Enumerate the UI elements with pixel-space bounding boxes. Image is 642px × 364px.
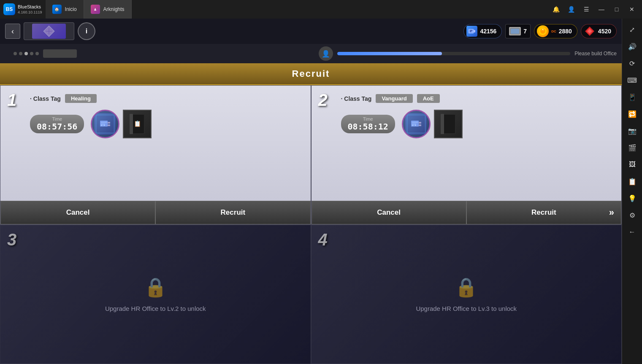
svg-rect-8	[511, 29, 519, 34]
sidebar-gallery-icon[interactable]: 🖼	[625, 157, 640, 172]
office-bar: 👤 Please build Office	[0, 44, 622, 63]
menu-btn[interactable]: ☰	[580, 3, 593, 15]
window-controls: 🔔 👤 ☰ — □ ✕	[549, 3, 642, 15]
dot-1	[14, 52, 17, 55]
slot-1-buttons: Cancel Recruit	[0, 201, 311, 224]
slot-2-reward-1	[402, 110, 431, 138]
arknights-tab-label: Arknights	[103, 6, 125, 12]
slot-2-time-value: 08:58:12	[348, 121, 388, 132]
slot-1-content: · Class Tag Healing Time 08:57:56	[0, 86, 311, 224]
slot-1-reward-1	[91, 110, 119, 138]
title-bar: BS BlueStacks 4.160.10.1119 🏠 Inicio ♟ A…	[0, 0, 642, 19]
slot-3: 3 🔒 Upgrade HR Office to Lv.2 to unlock	[0, 225, 311, 364]
sidebar-mute-icon[interactable]: 🔊	[625, 39, 640, 54]
top-bar: ‹ i 42156	[0, 19, 622, 44]
sidebar-phone-icon[interactable]: 📱	[625, 89, 640, 105]
right-sidebar: ⤢ 🔊 ⟳ ⌨ 📱 🔁 📷 🎬 🖼 📋 💡 ⚙ ←	[622, 19, 642, 364]
sidebar-camera-icon[interactable]: 📷	[625, 123, 640, 138]
slot-2: 2 · Class Tag Vanguard AoE Time 08:58:12	[311, 85, 622, 225]
slot-1-reward-2: 📋	[123, 110, 152, 138]
slot-2-tag-row: · Class Tag Vanguard AoE	[341, 94, 615, 103]
dot-4	[30, 52, 33, 55]
currency-resource: DC 2880	[534, 24, 577, 38]
slot-1-number: 1	[7, 91, 16, 110]
slot-2-tag-aoe[interactable]: AoE	[417, 94, 440, 103]
sidebar-video-icon[interactable]: 🎬	[625, 140, 640, 155]
bluestacks-logo: BS BlueStacks 4.160.10.1119	[0, 3, 46, 15]
home-diamond-svg	[43, 25, 55, 38]
svg-text:📋: 📋	[134, 120, 141, 127]
slots-grid: 1 · Class Tag Healing Time 08:57:56	[0, 85, 622, 364]
back-button[interactable]: ‹	[5, 24, 20, 39]
slot-1-class-tag-label: · Class Tag	[30, 95, 61, 102]
tickets-resource: 7	[505, 24, 531, 38]
svg-rect-3	[469, 29, 474, 33]
slot-2-content: · Class Tag Vanguard AoE Time 08:58:12	[312, 86, 622, 224]
ticket-icon	[509, 27, 521, 35]
recruit-title-bar: Recruit	[0, 63, 622, 85]
slot-4-lock-content: 🔒 Upgrade HR Office to Lv.3 to unlock	[312, 225, 622, 364]
tab-inicio[interactable]: 🏠 Inicio	[46, 0, 84, 19]
slot-2-number: 2	[318, 91, 328, 110]
currency-value: 2880	[559, 28, 572, 35]
slot-1-tag-row: · Class Tag Healing	[30, 94, 304, 103]
slot-2-recruit-btn[interactable]: Recruit	[466, 201, 621, 224]
office-avatar: 👤	[319, 46, 333, 61]
sidebar-switch-icon[interactable]: 🔁	[625, 106, 640, 121]
slot-2-top: · Class Tag Vanguard AoE Time 08:58:12	[312, 86, 622, 201]
recruit-title: Recruit	[292, 68, 330, 79]
office-progress-bar	[337, 52, 571, 55]
notification-btn[interactable]: 🔔	[549, 3, 563, 15]
dot-2	[19, 52, 22, 55]
tab-arknights[interactable]: ♟ Arknights	[84, 0, 132, 19]
dot-5	[35, 52, 39, 55]
slot-1-recruit-btn[interactable]: Recruit	[155, 201, 310, 224]
book-icon-2	[439, 113, 458, 135]
app-name: BlueStacks	[18, 4, 42, 10]
sidebar-back-icon[interactable]: ←	[625, 224, 640, 240]
close-btn[interactable]: ✕	[625, 3, 639, 15]
maximize-btn[interactable]: □	[610, 3, 623, 15]
slot-2-cancel-btn[interactable]: Cancel	[312, 201, 466, 224]
slot-1-tag-healing[interactable]: Healing	[65, 94, 97, 103]
account-btn[interactable]: 👤	[564, 3, 578, 15]
info-button[interactable]: i	[78, 22, 95, 40]
home-icon	[32, 24, 66, 39]
book-icon: 📋	[128, 113, 146, 135]
sidebar-settings-icon[interactable]: ⚙	[625, 208, 640, 223]
slot-4-lock-icon: 🔒	[455, 276, 478, 298]
bs-icon: BS	[3, 3, 15, 15]
minimize-btn[interactable]: —	[595, 3, 608, 15]
slot-2-tag-vanguard[interactable]: Vanguard	[376, 94, 412, 103]
svg-rect-6	[474, 30, 475, 32]
svg-rect-35	[441, 114, 444, 134]
slot-3-lock-text: Upgrade HR Office to Lv.2 to unlock	[105, 305, 206, 312]
sidebar-keyboard-icon[interactable]: ⌨	[625, 73, 640, 88]
crystal-icon	[584, 25, 596, 37]
slot-1-time-value: 08:57:56	[37, 121, 77, 132]
slot-3-lock-icon: 🔒	[144, 276, 167, 298]
slot-2-time-block: Time 08:58:12	[341, 115, 395, 133]
currency-icon	[537, 25, 549, 37]
slot-4-lock-text: Upgrade HR Office to Lv.3 to unlock	[416, 305, 517, 312]
sanity-icon	[466, 26, 477, 37]
slot-2-class-tag-label: · Class Tag	[341, 95, 372, 102]
home-button[interactable]	[24, 22, 74, 40]
slot-2-middle: Time 08:58:12	[341, 110, 615, 138]
inicio-tab-icon: 🏠	[52, 5, 62, 14]
crystal-value: 4520	[598, 28, 611, 35]
sidebar-rotate-icon[interactable]: ⟳	[625, 56, 640, 71]
sidebar-expand-icon[interactable]: ⤢	[625, 22, 640, 37]
app-version: 4.160.10.1119	[18, 10, 42, 14]
sidebar-copy-icon[interactable]: 📋	[625, 174, 640, 189]
slot-4-number: 4	[318, 230, 328, 249]
slot-1-cancel-btn[interactable]: Cancel	[0, 201, 155, 224]
slot-1: 1 · Class Tag Healing Time 08:57:56	[0, 85, 311, 225]
slot-1-time-label: Time	[37, 116, 77, 121]
office-progress-fill	[337, 52, 442, 55]
tickets-value: 7	[523, 28, 527, 35]
sidebar-light-icon[interactable]: 💡	[625, 191, 640, 206]
main-content: Recruit 1 · Class Tag Healing Time	[0, 63, 622, 364]
slot-3-number: 3	[7, 230, 16, 249]
inicio-tab-label: Inicio	[65, 6, 77, 12]
